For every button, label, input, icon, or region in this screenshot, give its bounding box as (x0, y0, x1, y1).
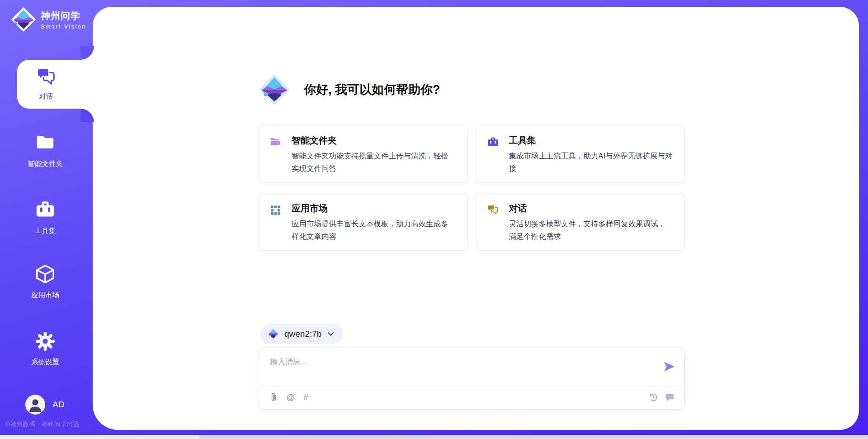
sidebar-item-app-market[interactable]: 应用市场 (14, 264, 77, 300)
open-folder-icon (269, 136, 282, 148)
sidebar-item-label: 应用市场 (14, 291, 77, 300)
copyright-footer: ©神州数码 · 神州问学出品 (5, 420, 80, 429)
user-name: AD (52, 400, 64, 410)
message-input[interactable] (259, 348, 643, 381)
attachment-icon[interactable] (270, 392, 278, 402)
scrollbar-thumb[interactable] (199, 435, 868, 439)
chat-icon (36, 67, 57, 88)
greeting-block: 你好, 我可以如何帮助你? (259, 74, 440, 105)
brand-name: 神州问学 (41, 10, 86, 22)
card-description: 集成市场上主流工具，助力AI与外界无缝扩展与对接 (509, 150, 673, 175)
logo-diamond-icon (11, 7, 36, 32)
card-description: 灵活切换多模型文件，支持多样回复效果调试，满足个性化需求 (509, 218, 673, 243)
gear-icon (35, 331, 56, 352)
card-description: 应用市场提供丰富长文本模板，助力高效生成多样化文章内容 (292, 218, 456, 243)
send-icon (663, 360, 675, 373)
sidebar-item-smart-folder[interactable]: 智能文件夹 (14, 133, 77, 169)
brand-logo-row: 神州问学 Smart Vision (11, 7, 86, 32)
model-selector[interactable]: qwen2:7b (260, 324, 343, 344)
card-title: 应用市场 (292, 202, 456, 215)
briefcase-icon (35, 200, 56, 220)
model-name: qwen2:7b (284, 329, 321, 339)
main-panel: 你好, 我可以如何帮助你? 智能文件夹 智能文件夹功能支持批量文件上传与清洗，轻… (93, 7, 859, 430)
hash-icon[interactable]: # (303, 392, 308, 402)
brand-subtitle: Smart Vision (41, 24, 86, 30)
logo-diamond-icon (267, 328, 279, 340)
horizontal-scrollbar[interactable] (0, 435, 868, 439)
composer-divider (259, 386, 684, 387)
message-composer: @ # (259, 348, 685, 410)
briefcase-icon (487, 136, 499, 148)
avatar (25, 395, 45, 415)
grid-cube-icon (269, 204, 282, 216)
card-title: 对话 (509, 202, 673, 215)
greeting-text: 你好, 我可以如何帮助你? (304, 81, 440, 98)
sidebar-item-toolset[interactable]: 工具集 (14, 200, 77, 236)
chat-icon (487, 204, 499, 216)
card-toolset[interactable]: 工具集 集成市场上主流工具，助力AI与外界无缝扩展与对接 (476, 125, 685, 183)
chevron-down-icon (327, 332, 334, 336)
sidebar-item-label: 系统设置 (14, 358, 77, 367)
sidebar-item-settings[interactable]: 系统设置 (14, 331, 77, 367)
history-icon[interactable] (649, 392, 658, 402)
card-app-market[interactable]: 应用市场 应用市场提供丰富长文本模板，助力高效生成多样化文章内容 (259, 193, 468, 251)
card-title: 智能文件夹 (292, 134, 456, 147)
cube-icon (35, 264, 56, 285)
comment-icon[interactable] (665, 392, 675, 402)
folder-icon (35, 133, 56, 153)
sidebar-item-chat[interactable]: 对话 (17, 60, 94, 109)
card-description: 智能文件夹功能支持批量文件上传与清洗，轻松实现文件问答 (292, 150, 456, 175)
send-button[interactable] (663, 360, 675, 373)
mention-icon[interactable]: @ (286, 392, 295, 402)
card-chat[interactable]: 对话 灵活切换多模型文件，支持多样回复效果调试，满足个性化需求 (476, 193, 685, 251)
person-icon (25, 395, 45, 415)
card-title: 工具集 (509, 134, 673, 147)
logo-diamond-icon (259, 74, 290, 105)
sidebar-item-label: 工具集 (14, 226, 77, 236)
card-smart-folder[interactable]: 智能文件夹 智能文件夹功能支持批量文件上传与清洗，轻松实现文件问答 (259, 125, 468, 183)
sidebar-item-label: 智能文件夹 (14, 159, 77, 169)
feature-cards: 智能文件夹 智能文件夹功能支持批量文件上传与清洗，轻松实现文件问答 工具集 集成… (259, 125, 685, 251)
sidebar-item-label: 对话 (39, 92, 53, 101)
user-account[interactable]: AD (25, 395, 64, 415)
